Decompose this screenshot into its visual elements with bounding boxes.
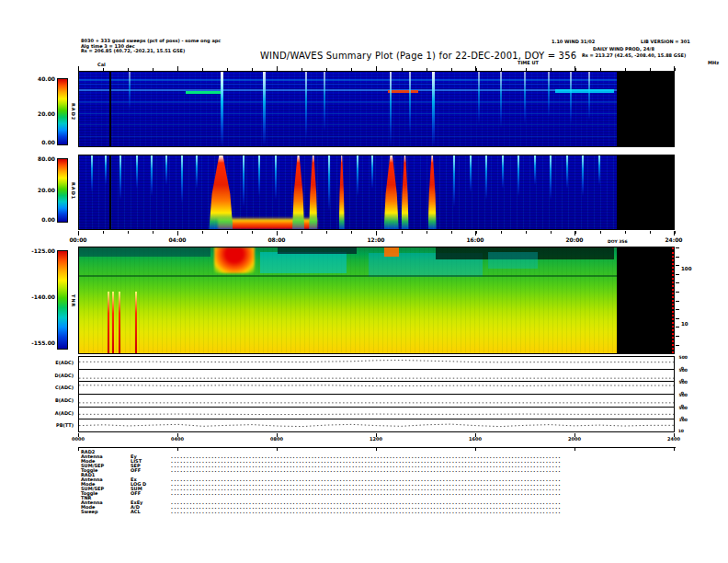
status-trace-line bbox=[79, 361, 674, 362]
rad2-type3-burst bbox=[263, 72, 266, 146]
bottom-time-tick-label: 1200 bbox=[370, 436, 382, 442]
tnr-emission-patch bbox=[260, 252, 347, 273]
bottom-time-tick-label: 2400 bbox=[667, 436, 680, 442]
param-row: SweepACL................................… bbox=[81, 510, 561, 514]
rad2-colorbar-tick-max: 40.00 bbox=[26, 75, 55, 82]
rad2-noise-streak bbox=[79, 136, 674, 138]
tnr-burst-blob bbox=[214, 247, 255, 273]
tnr-emission-patch bbox=[79, 275, 617, 277]
rad2-type3-burst bbox=[500, 72, 502, 128]
status-trace-line bbox=[79, 424, 674, 427]
data-gap-region bbox=[617, 72, 674, 146]
bottom-time-tick-label: 0000 bbox=[72, 436, 85, 442]
time-tick-label: 16:00 bbox=[466, 236, 483, 243]
rad1-minor-burst bbox=[582, 155, 584, 196]
rad2-type3-burst bbox=[570, 72, 572, 124]
bottom-time-tick-label: 2000 bbox=[568, 436, 581, 442]
status-row-max-label: 500 bbox=[679, 380, 688, 385]
tnr-colorbar-tick-min: -155.00 bbox=[26, 339, 55, 346]
status-trace bbox=[79, 357, 674, 369]
header-prod-label: DAILY WIND PROD, 24/8 bbox=[593, 47, 654, 52]
rad2-noise-streak bbox=[555, 89, 615, 93]
rad1-type3-burst bbox=[428, 155, 437, 229]
param-value: OFF bbox=[131, 468, 171, 473]
tnr-red-spike bbox=[119, 292, 120, 353]
rad1-minor-burst bbox=[196, 155, 198, 189]
tnr-colorbar-tick-mid: -140.00 bbox=[26, 293, 55, 300]
header-version-left: 1.10 WIND 31/02 bbox=[552, 40, 595, 45]
rad2-type3-burst bbox=[129, 72, 131, 109]
rad1-minor-burst bbox=[485, 155, 487, 200]
tnr-red-spike bbox=[135, 292, 137, 353]
status-row-label: D(ADC) bbox=[29, 373, 74, 378]
rad1-minor-burst bbox=[598, 155, 600, 185]
tnr-freq-tick-10: 10 bbox=[681, 321, 688, 327]
rad2-type3-burst bbox=[524, 72, 526, 124]
rad1-minor-burst bbox=[165, 155, 167, 185]
tnr-emission-patch bbox=[79, 247, 210, 257]
status-row-min-label: 10 bbox=[678, 429, 684, 433]
rad1-type3-burst bbox=[384, 155, 399, 229]
rad1-minor-burst bbox=[357, 155, 358, 196]
status-trace-line bbox=[79, 385, 674, 386]
param-value: OFF bbox=[131, 491, 171, 496]
rad1-minor-burst bbox=[453, 155, 455, 207]
receiver-parameter-block: RAD2AntennaEy...........................… bbox=[81, 450, 561, 514]
rad1-minor-burst bbox=[243, 155, 245, 207]
rad1-minor-burst bbox=[470, 155, 472, 192]
tnr-spectrogram bbox=[78, 247, 675, 354]
header-version-right: LIB VERSION = 301 bbox=[641, 40, 690, 45]
tnr-freq-tick-100: 100 bbox=[681, 266, 691, 271]
calibration-line bbox=[109, 155, 111, 229]
time-axis-title: TIME UT bbox=[518, 61, 539, 66]
rad2-type3-burst bbox=[432, 72, 435, 146]
status-row: PB(TT)10010 bbox=[79, 419, 674, 431]
doy-label: DOY 356 bbox=[608, 239, 628, 245]
status-row-max-label: 500 bbox=[679, 355, 688, 360]
time-tick-label: 20:00 bbox=[565, 236, 583, 243]
rad1-colorbar-tick-mid: 20.00 bbox=[26, 187, 55, 193]
rad2-type3-burst bbox=[478, 72, 480, 124]
header-position-right: Rs = 213.27 (42.45, -208.40, 15.88 GSE) bbox=[582, 53, 686, 59]
status-row-max-label: 500 bbox=[679, 393, 688, 397]
rad1-minor-burst bbox=[518, 155, 519, 196]
rad2-type3-burst bbox=[221, 72, 223, 146]
tnr-red-spike bbox=[108, 292, 109, 353]
bottom-time-tick-label: 0800 bbox=[270, 436, 283, 442]
status-trace bbox=[79, 408, 674, 419]
rad2-panel-label: RAD2 bbox=[71, 103, 76, 121]
status-row-label: A(ADC) bbox=[29, 410, 74, 416]
rad2-type3-burst bbox=[409, 72, 411, 135]
rad2-features bbox=[79, 72, 674, 146]
time-axis: 00:0004:0008:0012:0016:0020:0024:00 bbox=[78, 236, 676, 244]
rad2-noise-streak bbox=[79, 84, 674, 86]
rad1-type3-burst bbox=[209, 155, 233, 229]
status-row: D(ADC)5000 bbox=[79, 370, 674, 383]
time-tick-label: 24:00 bbox=[665, 236, 682, 243]
status-row-label: B(ADC) bbox=[29, 397, 74, 403]
rad2-type3-burst bbox=[324, 72, 325, 132]
status-trace bbox=[79, 419, 674, 431]
rad1-panel-label: RAD1 bbox=[71, 182, 76, 200]
status-row-max-label: 500 bbox=[679, 368, 688, 373]
status-panel-stack: E(ADC)5000D(ADC)5000C(ADC)5000B(ADC)5000… bbox=[78, 356, 675, 432]
status-trace bbox=[79, 370, 674, 382]
rad1-minor-burst bbox=[136, 155, 138, 189]
status-row-max-label: 500 bbox=[679, 406, 688, 410]
rad1-minor-burst bbox=[550, 155, 552, 200]
rad1-minor-burst bbox=[91, 155, 93, 192]
time-tick-label: 04:00 bbox=[168, 236, 186, 243]
wind-waves-summary-page: 8030 + 333 good sweeps (pct of poss) - s… bbox=[0, 0, 728, 563]
rad2-colorbar-tick-min: 0.00 bbox=[26, 139, 55, 145]
tnr-red-spike bbox=[112, 292, 114, 353]
param-row: ToggleOFF...............................… bbox=[81, 491, 561, 496]
status-row-label: C(ADC) bbox=[29, 385, 74, 390]
param-dot-leader: ........................................… bbox=[171, 510, 561, 514]
rad1-colorbar-tick-max: 80.00 bbox=[26, 155, 55, 162]
status-trace bbox=[79, 382, 674, 394]
status-row: B(ADC)5000 bbox=[79, 395, 674, 408]
status-trace-line bbox=[79, 414, 674, 415]
info-line-position: Rs = 206.85 (40.72, -202.21, 15.51 GSE) bbox=[81, 49, 221, 54]
tnr-frequency-ticks bbox=[676, 247, 679, 353]
status-row: E(ADC)5000 bbox=[79, 357, 674, 370]
